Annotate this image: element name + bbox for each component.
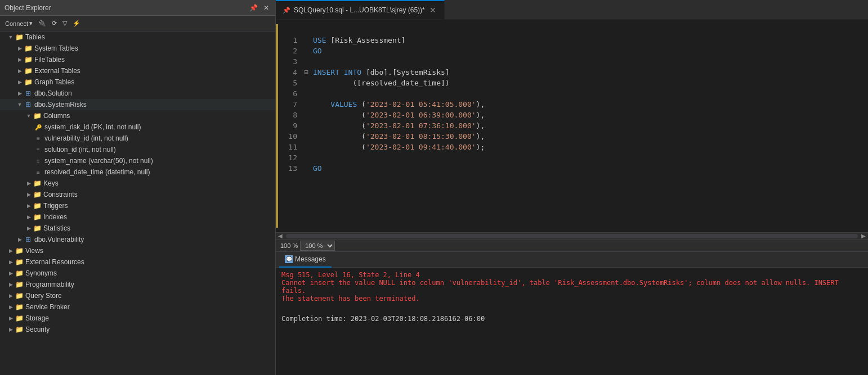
folder-icon: 📁: [15, 33, 24, 41]
expand-external-resources[interactable]: ▶: [7, 258, 15, 266]
fold-gutter: ⊟: [302, 24, 311, 228]
tree-item-dbo-vulnerability[interactable]: ▶ ⊞ dbo.Vulnerability: [0, 234, 275, 245]
expand-keys[interactable]: ▶: [25, 179, 33, 187]
expand-tables[interactable]: ▼: [7, 33, 15, 41]
query-store-label: Query Store: [25, 292, 62, 300]
expand-synonyms[interactable]: ▶: [7, 269, 15, 277]
col-system-name-label: system_name (varchar(50), not null): [44, 157, 153, 165]
col-icon: ≡: [34, 168, 43, 176]
tree-item-dbo-solution[interactable]: ▶ ⊞ dbo.Solution: [0, 88, 275, 99]
tree-item-keys[interactable]: ▶ 📁 Keys: [0, 178, 275, 189]
expand-system-tables[interactable]: ▶: [16, 44, 24, 52]
folder-icon: 📁: [33, 179, 42, 187]
tab-close-button[interactable]: ✕: [428, 6, 437, 15]
yellow-indicator: [276, 24, 278, 228]
expand-filetables[interactable]: ▶: [16, 56, 24, 64]
code-content[interactable]: USE [Risk_Assessment] GO INSERT INTO [db…: [311, 24, 868, 228]
tree-item-security[interactable]: ▶ 📁 Security: [0, 324, 275, 335]
table-icon: ⊞: [24, 101, 33, 109]
tree-item-statistics[interactable]: ▶ 📁 Statistics: [0, 223, 275, 234]
expand-dbo-systemrisks[interactable]: ▼: [16, 101, 24, 109]
folder-icon: 📁: [15, 303, 24, 311]
main-container: Object Explorer 📌 ✕ Connect ▾ 🔌 ⟳ ▽ ⚡ ▼ …: [0, 0, 868, 375]
activity-button[interactable]: ⚡: [71, 19, 82, 28]
tree-item-system-tables[interactable]: ▶ 📁 System Tables: [0, 43, 275, 54]
tree-item-col-resolved-date-time[interactable]: ≡ resolved_date_time (datetime, null): [0, 166, 275, 178]
tree-item-filetables[interactable]: ▶ 📁 FileTables: [0, 54, 275, 65]
messages-tabs: 💬 Messages: [276, 252, 868, 268]
tree-item-dbo-systemrisks[interactable]: ▼ ⊞ dbo.SystemRisks: [0, 99, 275, 110]
tree-item-storage[interactable]: ▶ 📁 Storage: [0, 313, 275, 324]
line-numbers: 1 2 3 4 5 6 7 8 9 10 11 12 13: [279, 24, 302, 228]
disconnect-button[interactable]: 🔌: [37, 19, 48, 28]
expand-query-store[interactable]: ▶: [7, 292, 15, 300]
filter-button[interactable]: ▽: [61, 19, 69, 28]
col-icon: ≡: [34, 146, 43, 153]
folder-icon: 📁: [15, 247, 24, 255]
pin-icon[interactable]: 📌: [248, 3, 259, 12]
service-broker-label: Service Broker: [25, 303, 70, 311]
scroll-track[interactable]: [286, 234, 858, 238]
expand-statistics[interactable]: ▶: [25, 224, 33, 232]
col-icon: ≡: [34, 157, 43, 165]
folder-icon: 📁: [15, 314, 24, 322]
expand-programmability[interactable]: ▶: [7, 281, 15, 288]
horizontal-scrollbar[interactable]: ◀ ▶: [276, 232, 868, 239]
expand-service-broker[interactable]: ▶: [7, 303, 15, 311]
scroll-left-arrow[interactable]: ◀: [276, 233, 285, 239]
indexes-label: Indexes: [43, 213, 67, 221]
columns-label: Columns: [43, 112, 70, 120]
editor-tab[interactable]: 📌 SQLQuery10.sql - L...UOBK8TL\sjrey (65…: [276, 0, 445, 19]
system-tables-label: System Tables: [34, 44, 78, 52]
external-resources-label: External Resources: [25, 258, 84, 266]
expand-external-tables[interactable]: ▶: [16, 67, 24, 75]
expand-graph-tables[interactable]: ▶: [16, 78, 24, 86]
expand-indexes[interactable]: ▶: [25, 213, 33, 221]
error-line-2: Cannot insert the value NULL into column…: [281, 279, 862, 295]
messages-tab[interactable]: 💬 Messages: [279, 252, 332, 268]
tree-item-indexes[interactable]: ▶ 📁 Indexes: [0, 211, 275, 223]
tree-item-programmability[interactable]: ▶ 📁 Programmability: [0, 279, 275, 290]
tree-item-col-solution-id[interactable]: ≡ solution_id (int, not null): [0, 144, 275, 155]
expand-triggers[interactable]: ▶: [25, 202, 33, 210]
connect-button[interactable]: Connect ▾: [3, 19, 34, 28]
tree-item-col-system-risk-id[interactable]: 🔑 system_risk_id (PK, int, not null): [0, 121, 275, 133]
tree-item-triggers[interactable]: ▶ 📁 Triggers: [0, 200, 275, 211]
expand-columns[interactable]: ▼: [25, 112, 33, 120]
scroll-right-arrow[interactable]: ▶: [859, 233, 868, 239]
tree-item-columns[interactable]: ▼ 📁 Columns: [0, 110, 275, 121]
storage-label: Storage: [25, 314, 49, 322]
triggers-label: Triggers: [43, 202, 68, 210]
refresh-button[interactable]: ⟳: [50, 19, 59, 28]
tree-item-views[interactable]: ▶ 📁 Views: [0, 245, 275, 256]
expand-storage[interactable]: ▶: [7, 314, 15, 322]
expand-views[interactable]: ▶: [7, 247, 15, 255]
tree-item-external-tables[interactable]: ▶ 📁 External Tables: [0, 65, 275, 76]
folder-icon: 📁: [15, 292, 24, 300]
expand-security[interactable]: ▶: [7, 326, 15, 333]
pk-icon: 🔑: [34, 123, 43, 131]
tree-item-tables[interactable]: ▼ 📁 Tables: [0, 31, 275, 43]
tree-item-service-broker[interactable]: ▶ 📁 Service Broker: [0, 301, 275, 313]
folder-icon: 📁: [33, 213, 42, 221]
programmability-label: Programmability: [25, 281, 74, 288]
close-icon[interactable]: ✕: [262, 3, 271, 12]
folder-icon: 📁: [15, 281, 24, 288]
code-area[interactable]: 1 2 3 4 5 6 7 8 9 10 11 12 13: [276, 20, 868, 232]
expand-dbo-solution[interactable]: ▶: [16, 89, 24, 97]
tab-pin-icon: 📌: [283, 7, 290, 14]
tree-item-external-resources[interactable]: ▶ 📁 External Resources: [0, 256, 275, 268]
tree-item-constraints[interactable]: ▶ 📁 Constraints: [0, 189, 275, 200]
graph-tables-label: Graph Tables: [34, 78, 74, 86]
object-explorer: Object Explorer 📌 ✕ Connect ▾ 🔌 ⟳ ▽ ⚡ ▼ …: [0, 0, 276, 375]
constraints-label: Constraints: [43, 191, 78, 198]
tree-item-col-system-name[interactable]: ≡ system_name (varchar(50), not null): [0, 155, 275, 166]
tree-item-query-store[interactable]: ▶ 📁 Query Store: [0, 290, 275, 301]
tree-item-synonyms[interactable]: ▶ 📁 Synonyms: [0, 268, 275, 279]
expand-constraints[interactable]: ▶: [25, 191, 33, 198]
tree-item-col-vulnerability-id[interactable]: ≡ vulnerability_id (int, not null): [0, 133, 275, 144]
tree-item-graph-tables[interactable]: ▶ 📁 Graph Tables: [0, 76, 275, 88]
zoom-dropdown[interactable]: 100 % 75 % 125 % 150 %: [300, 241, 335, 251]
expand-dbo-vulnerability[interactable]: ▶: [16, 236, 24, 243]
filetables-label: FileTables: [34, 56, 65, 64]
